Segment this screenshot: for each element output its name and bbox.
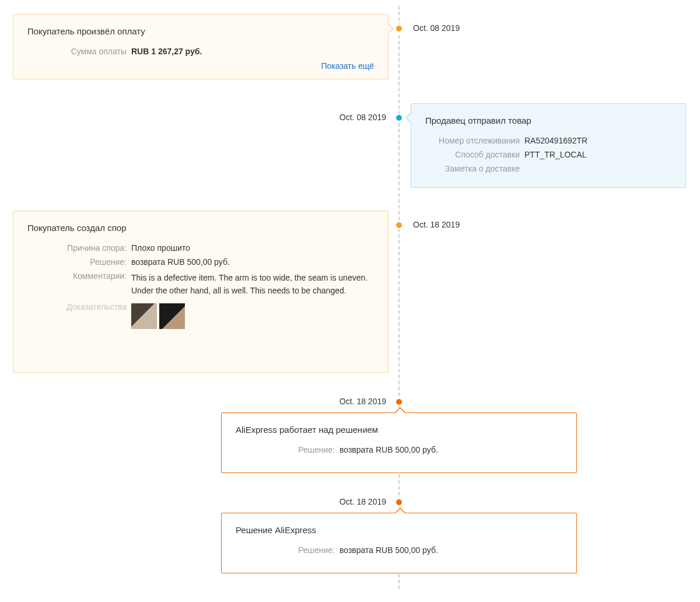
- field-label: Решение:: [27, 257, 131, 267]
- field-row: Доказательства: [27, 302, 374, 329]
- field-row: Решение: возврата RUB 500,00 руб.: [236, 545, 562, 555]
- field-label: Сумма оплаты: [27, 47, 131, 56]
- card-processing: AliExpress работает над решением Решение…: [221, 412, 577, 473]
- field-value: [524, 164, 671, 173]
- evidence-thumbnail[interactable]: [131, 303, 157, 329]
- card-title: AliExpress работает над решением: [236, 425, 562, 435]
- field-label: Номер отслеживания: [425, 136, 524, 145]
- timeline-dot: [395, 24, 403, 33]
- event-date: Oct. 18 2019: [328, 397, 386, 406]
- show-more-link[interactable]: Показать ещё: [321, 61, 374, 71]
- field-value: возврата RUB 500,00 руб.: [131, 257, 374, 267]
- event-date: Oct. 18 2019: [328, 497, 386, 506]
- field-row: Способ доставки PTT_TR_LOCAL: [425, 150, 671, 159]
- evidence-thumbs: [131, 302, 374, 329]
- field-label: Решение:: [236, 445, 340, 454]
- card-title: Решение AliExpress: [236, 525, 562, 535]
- field-label: Решение:: [236, 545, 340, 555]
- field-value: PTT_TR_LOCAL: [524, 150, 671, 159]
- event-date: Oct. 08 2019: [328, 113, 386, 122]
- card-title: Покупатель произвёл оплату: [27, 26, 374, 36]
- field-row: Решение: возврата RUB 500,00 руб.: [236, 445, 562, 454]
- field-row: Номер отслеживания RA520491692TR: [425, 136, 671, 145]
- field-row: Причина спора: Плохо прошито: [27, 243, 374, 253]
- field-value: Плохо прошито: [131, 243, 374, 253]
- field-value: возврата RUB 500,00 руб.: [340, 545, 562, 555]
- field-row: Сумма оплаты RUB 1 267,27 руб.: [27, 47, 374, 56]
- timeline-dot: [395, 398, 403, 406]
- timeline-dot: [395, 221, 403, 229]
- event-date: Oct. 18 2019: [413, 220, 460, 229]
- card-title: Продавец отправил товар: [425, 116, 671, 125]
- order-timeline: Oct. 08 2019 Покупатель произвёл оплату …: [0, 6, 700, 589]
- timeline-dot: [395, 114, 403, 122]
- field-label: Способ доставки: [425, 150, 524, 159]
- card-payment: Покупатель произвёл оплату Сумма оплаты …: [13, 14, 388, 79]
- field-label: Причина спора:: [27, 243, 131, 253]
- card-decision: Решение AliExpress Решение: возврата RUB…: [221, 513, 577, 573]
- event-date: Oct. 08 2019: [413, 23, 460, 33]
- field-value: This is a defective item. The arm is too…: [131, 271, 374, 298]
- field-row: Заметка о доставке: [425, 164, 671, 173]
- field-label: Комментарии:: [27, 271, 131, 298]
- card-shipped: Продавец отправил товар Номер отслеживан…: [411, 103, 686, 188]
- field-row: Комментарии: This is a defective item. T…: [27, 271, 374, 298]
- field-label: Заметка о доставке: [425, 164, 524, 173]
- field-value: RUB 1 267,27 руб.: [131, 47, 374, 56]
- card-dispute: Покупатель создал спор Причина спора: Пл…: [13, 211, 388, 373]
- field-value: возврата RUB 500,00 руб.: [340, 445, 562, 454]
- field-label: Доказательства: [27, 302, 131, 329]
- card-title: Покупатель создал спор: [27, 223, 374, 233]
- field-row: Решение: возврата RUB 500,00 руб.: [27, 257, 374, 267]
- timeline-dot: [395, 498, 403, 506]
- evidence-thumbnail[interactable]: [159, 303, 185, 329]
- field-value: RA520491692TR: [524, 136, 671, 145]
